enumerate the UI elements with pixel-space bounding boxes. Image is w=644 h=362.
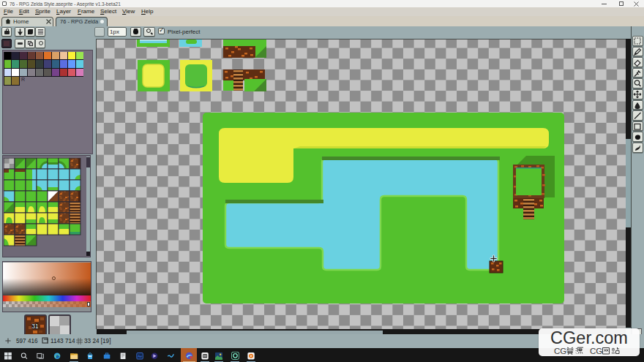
svg-text:31: 31	[31, 323, 39, 330]
svg-text:Ae: Ae	[138, 354, 142, 358]
